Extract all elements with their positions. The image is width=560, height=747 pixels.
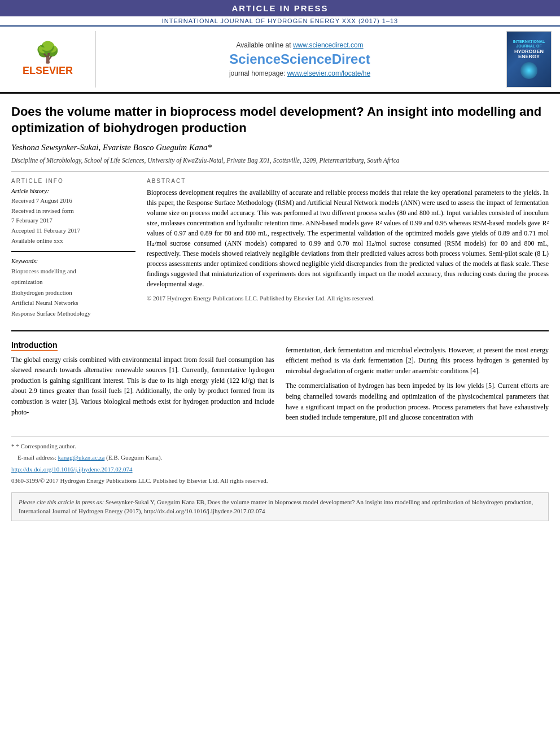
main-content: Does the volume matter in bioprocess mod… — [0, 94, 560, 527]
article-info-header: ARTICLE INFO — [11, 178, 135, 184]
keyword-2: Biohydrogen production — [11, 287, 135, 298]
article-info-col: ARTICLE INFO Article history: Received 7… — [11, 178, 135, 318]
tree-icon: 🌳 — [35, 42, 60, 63]
publisher-logo-area: 🌳 ELSEVIER — [6, 31, 96, 88]
footnote-corresponding: * * Corresponding author. — [11, 442, 549, 451]
body-right-col: fermentation, dark fermentation and micr… — [286, 340, 549, 427]
elsevier-logo-text: ELSEVIER — [23, 65, 73, 77]
body-left-col: Introduction The global energy crisis co… — [11, 340, 274, 427]
article-in-press-banner: ARTICLE IN PRESS — [0, 0, 560, 16]
keyword-1: Bioprocess modelling andoptimization — [11, 266, 135, 287]
history-online: Available online xxx — [11, 236, 135, 246]
footnotes-section: * * Corresponding author. E-mail address… — [11, 436, 549, 486]
keyword-4: Response Surface Methodology — [11, 308, 135, 319]
body-two-col: Introduction The global energy crisis co… — [11, 340, 549, 427]
journal-info-center: Available online at www.sciencedirect.co… — [102, 31, 498, 88]
doi-link[interactable]: http://dx.doi.org/10.1016/j.ijhydene.201… — [11, 466, 133, 473]
article-history: Article history: Received 7 August 2016 … — [11, 187, 135, 246]
publisher-header: 🌳 ELSEVIER Available online at www.scien… — [0, 27, 560, 94]
article-title: Does the volume matter in bioprocess mod… — [11, 104, 549, 136]
history-divider — [11, 251, 135, 252]
footnote-copyright: 0360-3199/© 2017 Hydrogen Energy Publica… — [11, 476, 549, 486]
abstract-header: ABSTRACT — [147, 178, 549, 184]
authors: Yeshona Sewsynker-Sukai, Evariste Bosco … — [11, 143, 549, 152]
journal-cover-thumb: International Journal of HYDROGENENERGY — [504, 31, 554, 88]
affiliation: Discipline of Microbiology, School of Li… — [11, 156, 549, 165]
abstract-col: ABSTRACT Bioprocess development requires… — [147, 178, 549, 318]
citation-label: Please cite this article in press as: — [19, 499, 104, 505]
sciencedirect-url[interactable]: www.sciencedirect.com — [293, 41, 364, 49]
abstract-section: Bioprocess development requires the avai… — [147, 187, 549, 303]
homepage-url[interactable]: www.elsevier.com/locate/he — [287, 69, 370, 77]
history-revised-date: 7 February 2017 — [11, 216, 135, 226]
body-content: Introduction The global energy crisis co… — [11, 330, 549, 427]
abstract-copyright: © 2017 Hydrogen Energy Publications LLC.… — [147, 294, 549, 303]
available-online-label: Available online at www.sciencedirect.co… — [236, 41, 363, 49]
footnote-doi: http://dx.doi.org/10.1016/j.ijhydene.201… — [11, 465, 549, 474]
section-divider — [11, 172, 549, 172]
keyword-3: Artificial Neural Networks — [11, 298, 135, 308]
intro-paragraph-1: The global energy crisis combined with e… — [11, 355, 274, 418]
email-link[interactable]: kanag@ukzn.ac.za — [58, 454, 104, 461]
journal-header-bar: INTERNATIONAL JOURNAL OF HYDROGEN ENERGY… — [0, 16, 560, 27]
keywords-label: Keywords: — [11, 257, 135, 264]
cover-title-main: HYDROGENENERGY — [514, 49, 544, 60]
history-revised-label: Received in revised form — [11, 206, 135, 216]
cover-circle-graphic — [520, 62, 537, 79]
history-label: Article history: — [11, 187, 135, 194]
introduction-heading: Introduction — [11, 340, 58, 351]
history-received: Received 7 August 2016 — [11, 196, 135, 206]
cover-title-small: International Journal of — [509, 40, 549, 49]
keywords-section: Keywords: Bioprocess modelling andoptimi… — [11, 257, 135, 318]
abstract-text: Bioprocess development requires the avai… — [147, 187, 549, 289]
citation-box: Please cite this article in press as: Se… — [11, 492, 549, 521]
sciencedirect-brand: ScienceScienceDirect — [229, 51, 370, 67]
cover-image: International Journal of HYDROGENENERGY — [506, 31, 552, 88]
journal-homepage: journal homepage: www.elsevier.com/locat… — [229, 69, 370, 77]
two-col-info-abstract: ARTICLE INFO Article history: Received 7… — [11, 178, 549, 318]
history-accepted: Accepted 11 February 2017 — [11, 226, 135, 236]
intro-paragraph-2: fermentation, dark fermentation and micr… — [286, 345, 549, 423]
footnote-email: E-mail address: kanag@ukzn.ac.za (E.B. G… — [11, 453, 549, 462]
